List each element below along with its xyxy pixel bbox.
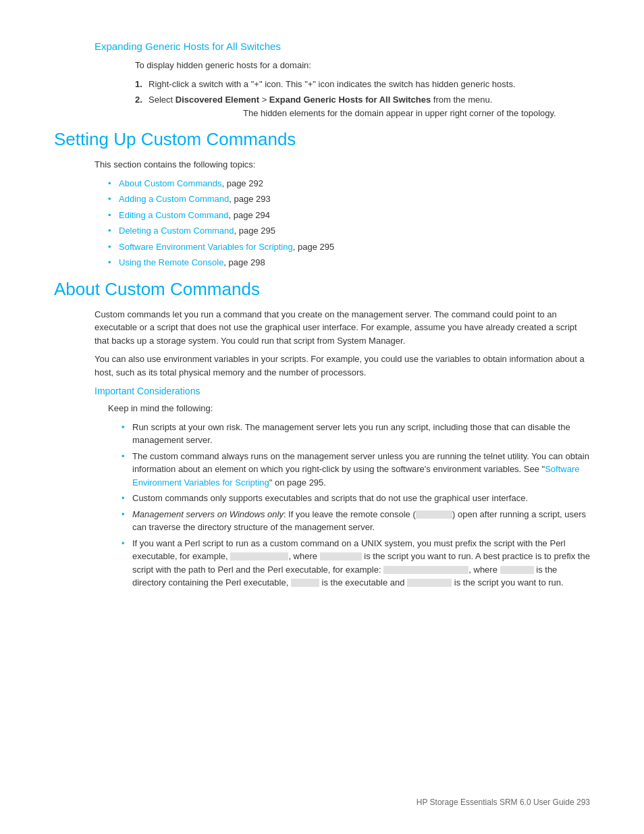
step-1-num: 1. (135, 78, 142, 91)
considerations-list: Run scripts at your own risk. The manage… (122, 421, 590, 590)
consideration-2: The custom command always runs on the ma… (122, 450, 590, 490)
toc-item-1: About Custom Commands, page 292 (108, 177, 590, 190)
expanding-heading: Expanding Generic Hosts for All Switches (95, 41, 590, 52)
step-2-bold-1: Discovered Element (176, 95, 259, 105)
about-para-2: You can also use environment variables i… (95, 353, 590, 379)
consideration-5: If you want a Perl script to run as a cu… (122, 537, 590, 590)
toc-item-3: Editing a Custom Command, page 294 (108, 209, 590, 222)
consideration-3-text: Custom commands only supports executable… (132, 493, 528, 503)
step-2: 2. Select Discovered Element > Expand Ge… (135, 93, 590, 120)
toc-link-2[interactable]: Adding a Custom Command (119, 194, 229, 204)
step-1-text: Right-click a switch with a "+" icon. Th… (149, 79, 516, 89)
steps-list: 1. Right-click a switch with a "+" icon.… (135, 78, 590, 120)
toc-list: About Custom Commands, page 292 Adding a… (108, 177, 590, 269)
main-section: Setting Up Custom Commands This section … (54, 129, 590, 269)
consideration-1: Run scripts at your own risk. The manage… (122, 421, 590, 447)
page-container: Expanding Generic Hosts for All Switches… (0, 0, 644, 834)
toc-link-6[interactable]: Using the Remote Console (119, 257, 223, 267)
toc-link-1[interactable]: About Custom Commands (119, 178, 221, 188)
about-heading: About Custom Commands (54, 279, 590, 300)
expanding-section: Expanding Generic Hosts for All Switches… (54, 41, 590, 120)
page-footer: HP Storage Essentials SRM 6.0 User Guide… (417, 798, 590, 807)
toc-item-6: Using the Remote Console, page 298 (108, 256, 590, 269)
step-2-bold-2: Expand Generic Hosts for All Switches (269, 95, 431, 105)
step-2-text: Select Discovered Element > Expand Gener… (149, 95, 492, 105)
about-para-1: Custom commands let you run a command th… (95, 308, 590, 348)
main-heading: Setting Up Custom Commands (54, 129, 590, 150)
important-sub-section: Important Considerations Keep in mind th… (54, 386, 590, 590)
main-intro: This section contains the following topi… (95, 158, 590, 172)
toc-link-4[interactable]: Deleting a Custom Command (119, 226, 234, 236)
step-2-num: 2. (135, 93, 142, 107)
consideration-5-text: If you want a Perl script to run as a cu… (132, 538, 590, 588)
toc-item-2: Adding a Custom Command, page 293 (108, 192, 590, 206)
expanding-intro: To display hidden generic hosts for a do… (135, 59, 590, 72)
toc-link-5[interactable]: Software Environment Variables for Scrip… (119, 242, 293, 252)
toc-link-3[interactable]: Editing a Custom Command (119, 210, 229, 220)
consideration-1-text: Run scripts at your own risk. The manage… (132, 422, 570, 446)
important-heading: Important Considerations (95, 386, 590, 396)
about-section: About Custom Commands Custom commands le… (54, 279, 590, 590)
step-2-note: The hidden elements for the domain appea… (243, 107, 590, 120)
step-1: 1. Right-click a switch with a "+" icon.… (135, 78, 590, 91)
important-intro: Keep in mind the following: (108, 402, 590, 415)
consideration-4: Management servers on Windows only: If y… (122, 508, 590, 534)
scripting-link[interactable]: Software Environment Variables for Scrip… (132, 464, 580, 488)
consideration-2-text: The custom command always runs on the ma… (132, 451, 589, 488)
toc-item-4: Deleting a Custom Command, page 295 (108, 224, 590, 238)
toc-item-5: Software Environment Variables for Scrip… (108, 240, 590, 254)
consideration-3: Custom commands only supports executable… (122, 492, 590, 505)
consideration-4-text: Management servers on Windows only: If y… (132, 509, 586, 533)
italic-text: Management servers on Windows only (132, 509, 284, 519)
